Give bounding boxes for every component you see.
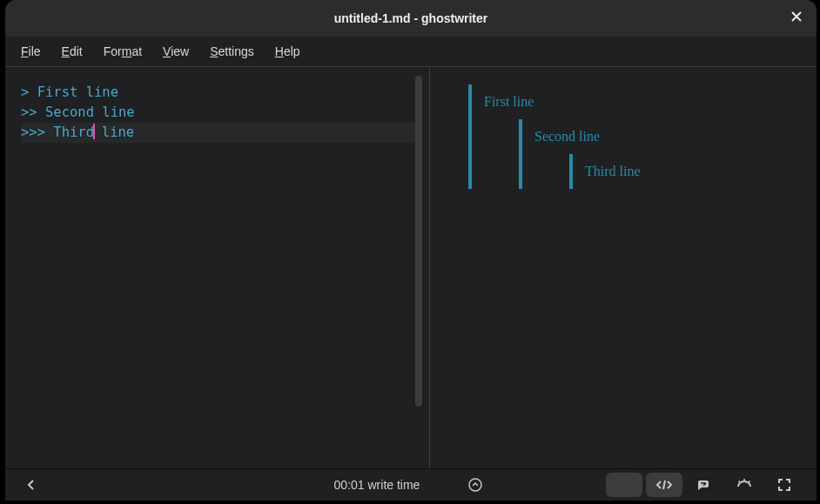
status-write-time: 00:01 write time: [334, 478, 420, 492]
blockquote-level-3: Third line: [569, 154, 799, 189]
statusbar: 00:01 write time: [5, 469, 817, 501]
menu-format[interactable]: Format: [104, 44, 142, 58]
menu-file[interactable]: File: [21, 44, 41, 58]
editor-line-active[interactable]: >>> Third line: [21, 123, 420, 143]
preview-text: First line: [484, 84, 799, 119]
menubar: File Edit Format View Settings Help: [5, 37, 817, 66]
menu-view[interactable]: View: [163, 44, 189, 58]
app-window: untitled-1.md - ghostwriter File Edit Fo…: [5, 0, 817, 501]
hemingway-toggle[interactable]: [686, 473, 723, 497]
fullscreen-toggle[interactable]: [766, 473, 803, 497]
scroll-up-icon[interactable]: [463, 473, 487, 497]
blockquote-level-2: Second line Third line: [519, 119, 799, 189]
blockquote-level-1: First line Second line Third line: [468, 84, 799, 189]
back-icon[interactable]: [19, 473, 44, 497]
menu-edit[interactable]: Edit: [62, 44, 83, 58]
dark-mode-toggle[interactable]: [606, 473, 642, 497]
close-icon[interactable]: [790, 10, 804, 24]
titlebar: untitled-1.md - ghostwriter: [5, 0, 817, 37]
focus-mode-toggle[interactable]: [726, 473, 763, 497]
preview-pane: First line Second line Third line: [430, 67, 817, 468]
menu-help[interactable]: Help: [275, 44, 300, 58]
window-title: untitled-1.md - ghostwriter: [334, 11, 488, 25]
preview-text: Second line: [534, 119, 799, 154]
preview-text: Third line: [585, 154, 799, 189]
svg-point-0: [469, 479, 481, 491]
menu-settings[interactable]: Settings: [210, 44, 254, 58]
html-preview-toggle[interactable]: [646, 473, 682, 497]
editor-pane[interactable]: > First line >> Second line >>> Third li…: [5, 67, 429, 468]
editor-line[interactable]: > First line: [21, 83, 420, 103]
editor-scrollbar[interactable]: [415, 76, 422, 407]
editor-text[interactable]: > First line >> Second line >>> Third li…: [21, 83, 420, 143]
content-area: > First line >> Second line >>> Third li…: [5, 66, 817, 469]
editor-line[interactable]: >> Second line: [21, 103, 420, 123]
